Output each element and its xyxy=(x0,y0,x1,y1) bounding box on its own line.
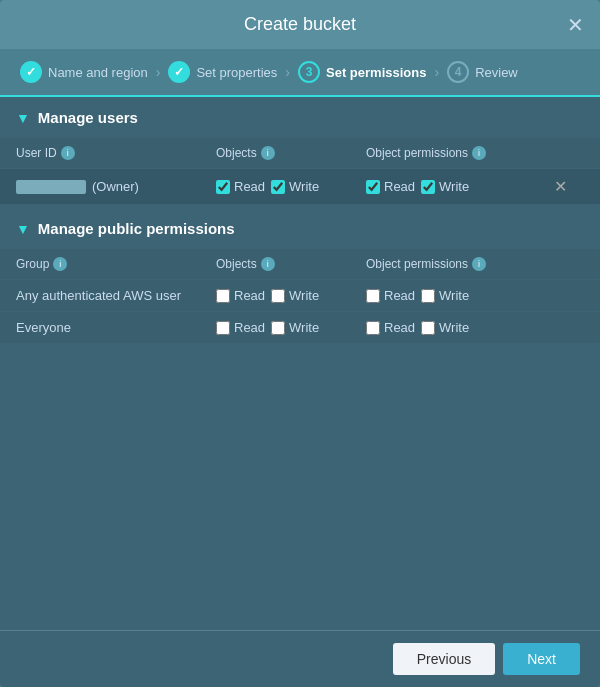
everyone-perm-read-label[interactable]: Read xyxy=(366,320,415,335)
user-perm-read-checkbox[interactable] xyxy=(366,180,380,194)
manage-public-header[interactable]: ▼ Manage public permissions xyxy=(0,208,600,249)
table-row: (Owner) Read Write xyxy=(0,168,600,204)
aws-obj-read-label[interactable]: Read xyxy=(216,288,265,303)
public-col-objects: Objects i xyxy=(216,257,366,271)
user-perms-cell: Read Write xyxy=(366,179,554,194)
step-review[interactable]: 4 Review xyxy=(447,61,518,83)
everyone-group-cell: Everyone xyxy=(16,320,216,335)
step-set-permissions[interactable]: 3 Set permissions xyxy=(298,61,426,83)
userid-info-icon[interactable]: i xyxy=(61,146,75,160)
public-perms-info-icon[interactable]: i xyxy=(472,257,486,271)
manage-users-title: Manage users xyxy=(38,109,138,126)
manage-users-header[interactable]: ▼ Manage users xyxy=(0,97,600,138)
manage-users-content: User ID i Objects i Object permissions i xyxy=(0,138,600,204)
owner-cell: (Owner) xyxy=(16,179,216,194)
user-obj-read-checkbox[interactable] xyxy=(216,180,230,194)
create-bucket-modal: Create bucket ✕ ✓ Name and region › ✓ Se… xyxy=(0,0,600,687)
user-id-blur xyxy=(16,180,86,194)
everyone-obj-read-label[interactable]: Read xyxy=(216,320,265,335)
user-perm-read-label[interactable]: Read xyxy=(366,179,415,194)
aws-user-objects-cell: Read Write xyxy=(216,288,366,303)
public-col-group: Group i xyxy=(16,257,216,271)
aws-perm-write-label[interactable]: Write xyxy=(421,288,469,303)
aws-obj-write-checkbox[interactable] xyxy=(271,289,285,303)
manage-public-content: Group i Objects i Object permissions i xyxy=(0,249,600,343)
everyone-objects-cell: Read Write xyxy=(216,320,366,335)
users-col-perms: Object permissions i xyxy=(366,146,554,160)
aws-perm-read-label[interactable]: Read xyxy=(366,288,415,303)
user-obj-write-label[interactable]: Write xyxy=(271,179,319,194)
table-row: Any authenticated AWS user Read Write xyxy=(0,279,600,311)
aws-user-group-cell: Any authenticated AWS user xyxy=(16,288,216,303)
manage-public-section: ▼ Manage public permissions Group i Obje… xyxy=(0,208,600,343)
user-delete-cell: ✕ xyxy=(554,177,584,196)
everyone-obj-write-checkbox[interactable] xyxy=(271,321,285,335)
aws-perm-read-checkbox[interactable] xyxy=(366,289,380,303)
aws-obj-write-label[interactable]: Write xyxy=(271,288,319,303)
public-table-header: Group i Objects i Object permissions i xyxy=(0,249,600,279)
step2-label: Set properties xyxy=(196,65,277,80)
step-sep-1: › xyxy=(156,64,161,80)
step-set-properties[interactable]: ✓ Set properties xyxy=(168,61,277,83)
modal-body: ▼ Manage users User ID i Objects i Objec… xyxy=(0,97,600,630)
user-perm-write-label[interactable]: Write xyxy=(421,179,469,194)
step3-icon: 3 xyxy=(298,61,320,83)
aws-perm-write-checkbox[interactable] xyxy=(421,289,435,303)
objects-info-icon[interactable]: i xyxy=(261,146,275,160)
step-name-region[interactable]: ✓ Name and region xyxy=(20,61,148,83)
everyone-perm-write-checkbox[interactable] xyxy=(421,321,435,335)
public-objects-info-icon[interactable]: i xyxy=(261,257,275,271)
everyone-perm-write-label[interactable]: Write xyxy=(421,320,469,335)
everyone-perms-cell: Read Write xyxy=(366,320,584,335)
close-button[interactable]: ✕ xyxy=(567,15,584,35)
public-col-perms: Object permissions i xyxy=(366,257,584,271)
user-delete-button[interactable]: ✕ xyxy=(554,177,567,196)
modal-header: Create bucket ✕ xyxy=(0,0,600,49)
next-button[interactable]: Next xyxy=(503,643,580,675)
aws-user-perms-cell: Read Write xyxy=(366,288,584,303)
step1-icon: ✓ xyxy=(20,61,42,83)
step1-label: Name and region xyxy=(48,65,148,80)
manage-public-chevron: ▼ xyxy=(16,221,30,237)
modal-footer: Previous Next xyxy=(0,630,600,687)
group-info-icon[interactable]: i xyxy=(53,257,67,271)
manage-users-chevron: ▼ xyxy=(16,110,30,126)
step2-icon: ✓ xyxy=(168,61,190,83)
users-col-userid: User ID i xyxy=(16,146,216,160)
owner-label: (Owner) xyxy=(92,179,139,194)
users-table-header: User ID i Objects i Object permissions i xyxy=(0,138,600,168)
step-sep-3: › xyxy=(434,64,439,80)
aws-obj-read-checkbox[interactable] xyxy=(216,289,230,303)
user-obj-write-checkbox[interactable] xyxy=(271,180,285,194)
previous-button[interactable]: Previous xyxy=(393,643,495,675)
everyone-obj-read-checkbox[interactable] xyxy=(216,321,230,335)
step4-icon: 4 xyxy=(447,61,469,83)
user-objects-cell: Read Write xyxy=(216,179,366,194)
manage-public-title: Manage public permissions xyxy=(38,220,235,237)
manage-users-section: ▼ Manage users User ID i Objects i Objec… xyxy=(0,97,600,204)
user-perm-write-checkbox[interactable] xyxy=(421,180,435,194)
user-obj-read-label[interactable]: Read xyxy=(216,179,265,194)
perms-info-icon[interactable]: i xyxy=(472,146,486,160)
step3-label: Set permissions xyxy=(326,65,426,80)
table-row: Everyone Read Write xyxy=(0,311,600,343)
users-col-objects: Objects i xyxy=(216,146,366,160)
step-sep-2: › xyxy=(285,64,290,80)
everyone-obj-write-label[interactable]: Write xyxy=(271,320,319,335)
users-col-action xyxy=(554,146,584,160)
modal-title: Create bucket xyxy=(244,14,356,35)
step4-label: Review xyxy=(475,65,518,80)
wizard-steps: ✓ Name and region › ✓ Set properties › 3… xyxy=(0,49,600,97)
everyone-perm-read-checkbox[interactable] xyxy=(366,321,380,335)
